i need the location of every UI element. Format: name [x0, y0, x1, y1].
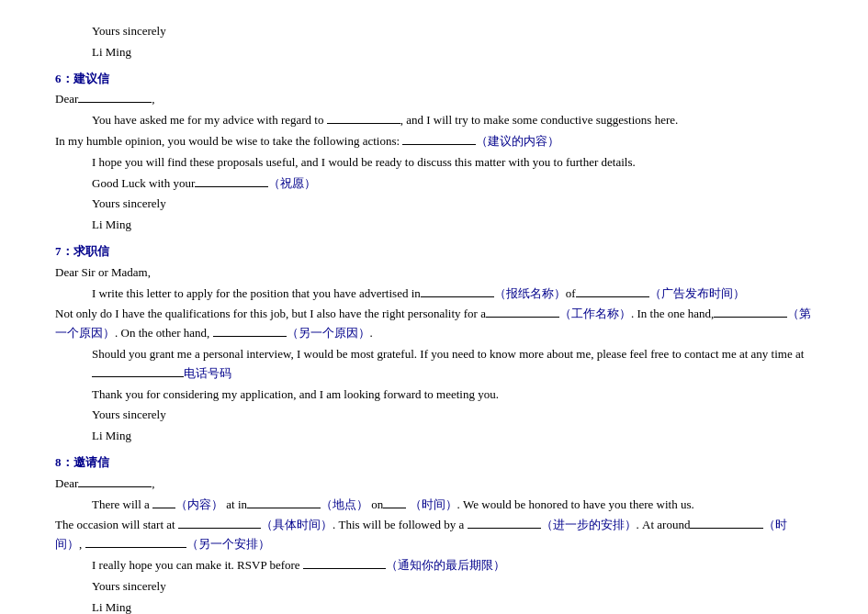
section8-dear: Dear,	[55, 474, 813, 494]
section8-yours: Yours sincerely	[92, 577, 813, 597]
section6-line2: In my humble opinion, you would be wise …	[55, 132, 813, 151]
section7-liming: Li Ming	[92, 427, 813, 446]
section7-yours: Yours sincerely	[92, 406, 813, 425]
section-6-heading: 6：建议信	[55, 70, 813, 89]
page-content: Yours sincerely Li Ming 6：建议信 Dear, You …	[55, 22, 813, 614]
prev-signoff: Yours sincerely Li Ming	[55, 22, 813, 62]
section-7: 7：求职信 Dear Sir or Madam, I write this le…	[55, 242, 813, 446]
section6-liming: Li Ming	[92, 216, 813, 235]
section7-line4: Thank you for considering my application…	[92, 385, 813, 405]
section8-line3: I really hope you can make it. RSVP befo…	[92, 556, 813, 575]
section6-dear: Dear,	[55, 90, 813, 109]
section7-dear: Dear Sir or Madam,	[55, 263, 813, 283]
section8-liming: Li Ming	[92, 598, 813, 614]
section-8: 8：邀请信 Dear, There will a （内容） at in（地点） …	[55, 453, 813, 614]
section6-line3: I hope you will find these proposals use…	[92, 153, 813, 173]
section-7-heading: 7：求职信	[55, 242, 813, 262]
section6-yours: Yours sincerely	[92, 195, 813, 214]
section6-line4: Good Luck with your（祝愿）	[92, 174, 813, 194]
section8-line1: There will a （内容） at in（地点） on （时间）. We …	[92, 496, 813, 515]
section-6: 6：建议信 Dear, You have asked me for my adv…	[55, 70, 813, 235]
section6-line1: You have asked me for my advice with reg…	[92, 111, 813, 130]
section-8-heading: 8：邀请信	[55, 453, 813, 473]
section8-line2: The occasion will start at （具体时间）. This …	[55, 516, 813, 554]
section7-line1: I write this letter to apply for the pos…	[92, 285, 813, 304]
section7-line3: Should you grant me a personal interview…	[92, 345, 813, 384]
yours-sincerely-prev: Yours sincerely	[92, 22, 813, 41]
li-ming-prev: Li Ming	[92, 43, 813, 62]
section7-line2: Not only do I have the qualifications fo…	[55, 305, 813, 343]
